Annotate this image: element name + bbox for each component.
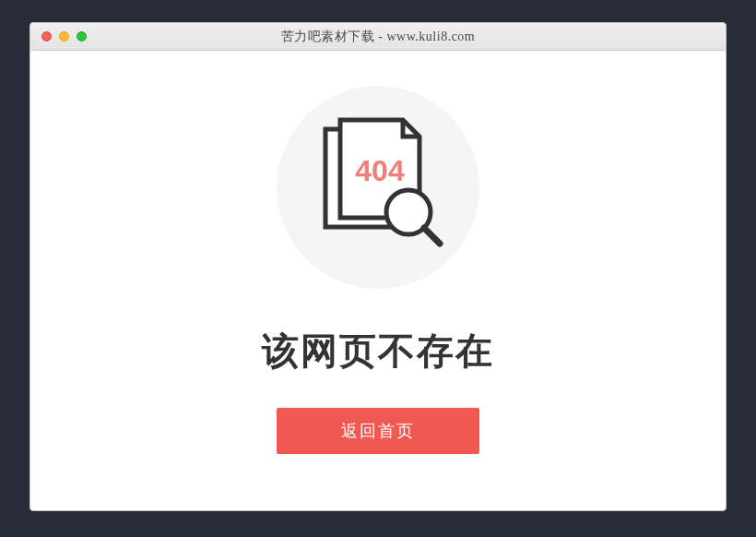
maximize-icon[interactable]: [77, 31, 87, 42]
browser-window: 苦力吧素材下载 - www.kuli8.com 404 该网页不存在 返回首页: [30, 22, 726, 511]
illustration-background: 404: [277, 86, 479, 289]
page-content: 404 该网页不存在 返回首页: [30, 51, 726, 510]
window-title: 苦力吧素材下载 - www.kuli8.com: [281, 29, 475, 45]
document-404-icon: 404: [300, 109, 456, 266]
home-button[interactable]: 返回首页: [277, 408, 479, 454]
traffic-lights: [30, 31, 87, 42]
error-heading: 该网页不存在: [262, 326, 494, 376]
close-icon[interactable]: [41, 31, 52, 42]
error-code: 404: [355, 154, 405, 187]
titlebar: 苦力吧素材下载 - www.kuli8.com: [30, 23, 726, 51]
svg-line-3: [424, 228, 440, 244]
minimize-icon[interactable]: [59, 31, 69, 42]
